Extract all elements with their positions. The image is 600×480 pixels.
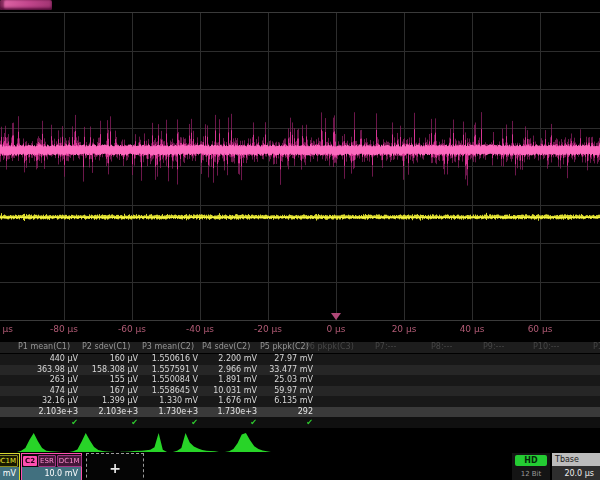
trigger-position-marker[interactable]	[331, 313, 341, 320]
measure-param-header[interactable]: P4 sdev(C2)	[202, 342, 263, 352]
status-check-icon: ✔	[62, 418, 78, 427]
measure-value: 1.730e+3	[200, 407, 257, 417]
measure-value: 474 µV	[16, 386, 78, 396]
measure-header-row: P1 mean(C1)P2 sdev(C1)P3 mean(C2)P4 sdev…	[0, 342, 600, 353]
measure-value: 1.557591 V	[140, 365, 198, 375]
measure-value: 1.558645 V	[140, 386, 198, 396]
measure-value: 1.399 µV	[80, 396, 138, 406]
c1-scale-value: 50.0 mV	[0, 467, 19, 480]
measure-histicon	[68, 431, 116, 452]
measure-value: 25.03 mV	[258, 375, 313, 385]
measure-value: 292	[258, 407, 313, 417]
measure-value: 1.730e+3	[140, 407, 198, 417]
measure-histicon	[16, 431, 64, 452]
measure-param-header[interactable]: P2 sdev(C1)	[82, 342, 144, 352]
measure-stat-row: 363.98 µV158.308 µV1.557591 V2.966 mV33.…	[0, 365, 600, 376]
measure-value: 32.16 µV	[16, 396, 78, 406]
timebase-value: 20.0 µs	[552, 466, 600, 480]
measure-param-header[interactable]: P1 mean(C1)	[18, 342, 84, 352]
measure-value: 263 µV	[16, 375, 78, 385]
measure-param-header-unused[interactable]: P11	[593, 342, 600, 352]
status-check-icon: ✔	[182, 418, 198, 427]
measure-param-header-unused[interactable]: P9:---	[483, 342, 538, 352]
time-tick-label: -100 µs	[0, 324, 13, 334]
measure-param-header-unused[interactable]: P10:---	[533, 342, 588, 352]
measure-value: 167 µV	[80, 386, 138, 396]
measure-param-header-unused[interactable]: P7:---	[375, 342, 430, 352]
measure-value: 27.97 mV	[258, 354, 313, 364]
measure-value: 1.550616 V	[140, 354, 198, 364]
measure-value: 440 µV	[16, 354, 78, 364]
top-left-status-badge[interactable]	[0, 0, 52, 10]
hd-bit-depth: 12 Bit	[512, 470, 550, 478]
oscilloscope-screen: { "grid": { "x_start": -4, "x_step": 68,…	[0, 0, 600, 480]
plus-icon: +	[109, 460, 121, 476]
measure-stat-row: 263 µV155 µV1.550084 V1.891 mV25.03 mV	[0, 375, 600, 386]
c2-channel-badge: C2	[23, 456, 37, 466]
measure-param-header[interactable]: P3 mean(C2)	[142, 342, 204, 352]
channel-c1-descriptor[interactable]: DC1M 50.0 mV	[0, 453, 20, 480]
measure-value: 160 µV	[80, 354, 138, 364]
measure-status-row: ✔✔✔✔✔	[0, 417, 600, 428]
measure-value: 1.676 mV	[200, 396, 257, 406]
measure-value: 155 µV	[80, 375, 138, 385]
measure-value: 6.135 mV	[258, 396, 313, 406]
time-tick-label: -20 µs	[254, 324, 282, 334]
measure-value: 10.031 mV	[200, 386, 257, 396]
measure-value: 158.308 µV	[80, 365, 138, 375]
measure-histicon	[172, 431, 220, 452]
time-tick-label: 0 µs	[326, 324, 345, 334]
hd-mode-indicator[interactable]: HD 12 Bit	[512, 453, 550, 480]
time-tick-label: 60 µs	[528, 324, 553, 334]
measure-value: 33.477 mV	[258, 365, 313, 375]
status-check-icon: ✔	[122, 418, 138, 427]
hd-badge: HD	[515, 455, 547, 466]
status-check-icon: ✔	[241, 418, 257, 427]
measure-stat-row: 32.16 µV1.399 µV1.330 mV1.676 mV6.135 mV	[0, 396, 600, 407]
measure-param-header-unused[interactable]: P8:---	[431, 342, 486, 352]
time-tick-label: 40 µs	[460, 324, 485, 334]
c2-esr-tag: ESR	[38, 455, 56, 467]
c2-scale-value: 10.0 mV	[22, 467, 81, 480]
measure-stat-row: 440 µV160 µV1.550616 V2.200 mV27.97 mV	[0, 354, 600, 365]
time-tick-label: -40 µs	[186, 324, 214, 334]
measure-value: 363.98 µV	[16, 365, 78, 375]
time-tick-label: -60 µs	[118, 324, 146, 334]
timebase-label: Tbase	[552, 453, 600, 466]
measure-value: 1.330 mV	[140, 396, 198, 406]
time-tick-label: 20 µs	[392, 324, 417, 334]
measure-histicon	[224, 431, 272, 452]
measure-value: 1.550084 V	[140, 375, 198, 385]
status-check-icon: ✔	[297, 418, 313, 427]
measure-value: 1.891 mV	[200, 375, 257, 385]
add-channel-button[interactable]: +	[86, 453, 144, 480]
measure-value: 2.103e+3	[16, 407, 78, 417]
c2-coupling-tag: DC1M	[57, 455, 82, 467]
measure-histicon	[120, 431, 168, 452]
measure-value: 2.966 mV	[200, 365, 257, 375]
c1-coupling-tag: DC1M	[0, 455, 18, 467]
measure-stat-row: 2.103e+32.103e+31.730e+31.730e+3292	[0, 407, 600, 418]
measure-value: 59.97 mV	[258, 386, 313, 396]
time-tick-label: -80 µs	[50, 324, 78, 334]
measure-stat-row: 474 µV167 µV1.558645 V10.031 mV59.97 mV	[0, 386, 600, 397]
timebase-descriptor[interactable]: Tbase 20.0 µs	[552, 453, 600, 480]
channel-c2-descriptor[interactable]: C2 ESR DC1M 10.0 mV	[21, 453, 82, 480]
measure-param-header-unused[interactable]: P6 pkpk(C3)	[305, 342, 360, 352]
measure-value: 2.103e+3	[80, 407, 138, 417]
measure-value: 2.200 mV	[200, 354, 257, 364]
